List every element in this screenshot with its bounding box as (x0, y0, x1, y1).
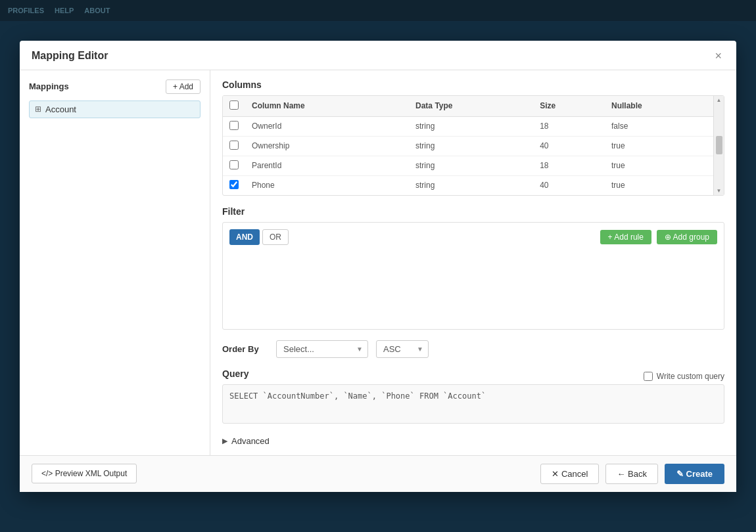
scroll-thumb (716, 136, 722, 154)
filter-logic-buttons: AND OR (229, 229, 289, 245)
filter-body (229, 250, 717, 322)
left-panel: Mappings + Add ⊞ Account (20, 70, 210, 455)
write-custom-query-checkbox[interactable] (644, 372, 653, 381)
row-checkbox-cell (223, 156, 245, 175)
data-type-cell: string (409, 136, 533, 156)
modal-body: Mappings + Add ⊞ Account Columns (20, 70, 736, 455)
column-name-cell: Phone (245, 175, 409, 195)
nullable-cell: false (605, 116, 713, 136)
order-by-select[interactable]: Select... AccountNumber Name Phone (276, 340, 368, 358)
size-cell: 40 (533, 136, 605, 156)
add-rule-button[interactable]: + Add rule (600, 230, 651, 244)
footer-right-actions: ✕ Cancel ← Back ✎ Create (540, 464, 724, 484)
advanced-chevron-icon: ▶ (222, 437, 227, 445)
nullable-header: Nullable (605, 96, 713, 117)
filter-section: Filter AND OR + Add rule ⊕ Add group (222, 206, 724, 330)
row-checkbox-2[interactable] (229, 160, 239, 169)
order-by-section: Order By Select... AccountNumber Name Ph… (222, 340, 724, 358)
nullable-cell: true (605, 136, 713, 156)
row-checkbox-cell (223, 136, 245, 156)
table-row: ParentId string 18 true (223, 156, 713, 175)
modal-close-button[interactable]: × (712, 50, 724, 62)
query-title: Query (222, 368, 248, 379)
modal-header: Mapping Editor × (20, 41, 736, 70)
scroll-down-arrow[interactable]: ▼ (717, 188, 722, 194)
and-button[interactable]: AND (229, 229, 260, 245)
size-header: Size (533, 96, 605, 117)
mapping-account-item[interactable]: ⊞ Account (29, 100, 201, 118)
data-type-header: Data Type (409, 96, 533, 117)
row-checkbox-1[interactable] (229, 141, 239, 150)
column-name-cell: OwnerId (245, 116, 409, 136)
or-button[interactable]: OR (262, 229, 289, 245)
modal-footer: </> Preview XML Output ✕ Cancel ← Back ✎… (20, 455, 736, 492)
cancel-button[interactable]: ✕ Cancel (540, 464, 599, 484)
add-mapping-button[interactable]: + Add (166, 79, 201, 94)
advanced-section[interactable]: ▶ Advanced (222, 436, 724, 446)
mappings-title: Mappings (29, 81, 69, 91)
table-row: OwnerId string 18 false (223, 116, 713, 136)
filter-container: AND OR + Add rule ⊕ Add group (222, 222, 724, 330)
table-row: Phone string 40 true (223, 175, 713, 195)
size-cell: 18 (533, 156, 605, 175)
row-checkbox-cell (223, 116, 245, 136)
column-name-header: Column Name (245, 96, 409, 117)
query-textarea[interactable] (222, 384, 724, 424)
mapping-account-label: Account (45, 104, 76, 114)
write-custom-query-label: Write custom query (657, 372, 724, 381)
columns-title: Columns (222, 79, 724, 90)
add-group-button[interactable]: ⊕ Add group (657, 230, 717, 244)
columns-header-row: Column Name Data Type Size Nullable (223, 96, 713, 117)
column-name-cell: ParentId (245, 156, 409, 175)
filter-actions: + Add rule ⊕ Add group (600, 230, 717, 244)
row-checkbox-3[interactable] (229, 180, 239, 189)
table-row: Ownership string 40 true (223, 136, 713, 156)
data-type-cell: string (409, 175, 533, 195)
query-section: Query Write custom query (222, 368, 724, 426)
direction-select[interactable]: ASC DESC (376, 340, 429, 358)
columns-table: Column Name Data Type Size Nullable Owne… (223, 96, 713, 195)
data-type-cell: string (409, 116, 533, 136)
row-checkbox-0[interactable] (229, 121, 239, 130)
scroll-up-arrow[interactable]: ▲ (717, 97, 722, 103)
preview-xml-button[interactable]: </> Preview XML Output (32, 464, 137, 483)
back-button[interactable]: ← Back (605, 464, 658, 484)
columns-section: Columns Column Name Data Type Size Nulla… (222, 79, 724, 196)
create-button[interactable]: ✎ Create (665, 464, 724, 484)
column-name-cell: Ownership (245, 136, 409, 156)
modal-title: Mapping Editor (32, 50, 108, 62)
modal-overlay: Mapping Editor × Mappings + Add ⊞ Accoun… (0, 0, 756, 532)
data-type-cell: string (409, 156, 533, 175)
order-by-label: Order By (222, 344, 268, 354)
nullable-cell: true (605, 156, 713, 175)
mapping-table-icon: ⊞ (35, 104, 41, 114)
size-cell: 18 (533, 116, 605, 136)
advanced-label: Advanced (231, 436, 270, 446)
order-by-select-wrapper: Select... AccountNumber Name Phone ▼ (276, 340, 368, 358)
columns-scrollbar: ▲ ▼ (713, 96, 724, 195)
left-panel-header: Mappings + Add (29, 79, 201, 94)
select-all-header (223, 96, 245, 117)
filter-header: AND OR + Add rule ⊕ Add group (229, 229, 717, 245)
right-panel: Columns Column Name Data Type Size Nulla… (210, 70, 736, 455)
nullable-cell: true (605, 175, 713, 195)
size-cell: 40 (533, 175, 605, 195)
direction-select-wrapper: ASC DESC ▼ (376, 340, 429, 358)
select-all-checkbox[interactable] (229, 100, 239, 110)
query-header: Query Write custom query (222, 368, 724, 384)
mapping-editor-modal: Mapping Editor × Mappings + Add ⊞ Accoun… (20, 41, 736, 492)
filter-title: Filter (222, 206, 724, 217)
row-checkbox-cell (223, 175, 245, 195)
write-custom-query-row: Write custom query (644, 372, 724, 381)
